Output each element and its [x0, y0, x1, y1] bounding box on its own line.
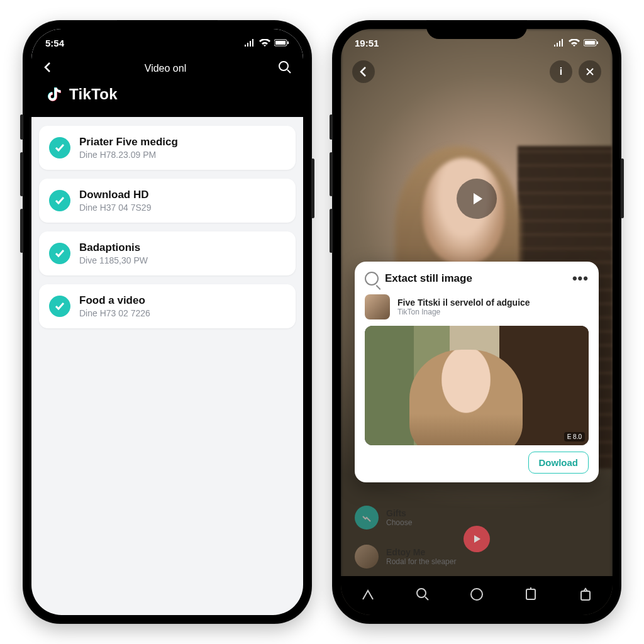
tiktok-logo-icon [45, 86, 63, 103]
back-button[interactable] [43, 61, 53, 76]
nav-home-icon[interactable] [360, 587, 375, 604]
info-button[interactable]: i [550, 60, 572, 83]
phone-left: 5:54 Video onl [23, 20, 312, 624]
svg-marker-11 [474, 535, 480, 543]
check-icon [49, 137, 70, 158]
svg-rect-6 [585, 41, 595, 45]
wifi-icon [259, 39, 270, 47]
nav-share-icon[interactable] [578, 587, 593, 604]
item-title: Edtoy Me [386, 547, 456, 557]
signal-icon [244, 39, 255, 47]
status-icons [244, 39, 289, 47]
still-preview[interactable]: E 8.0 [365, 326, 589, 445]
video-item[interactable]: Five Titski il servelol of adguice TikTo… [365, 294, 589, 319]
battery-icon [274, 39, 289, 47]
brand-row: TikTok [31, 83, 303, 107]
page-title: Video onl [53, 63, 278, 74]
item-meta: Dive 1185,30 PW [79, 255, 148, 265]
item-sub: Rodal for the sleaper [386, 557, 456, 566]
svg-point-14 [471, 589, 482, 600]
close-button[interactable] [579, 60, 601, 83]
svg-rect-17 [581, 591, 590, 600]
item-sub: TikTon Inage [397, 308, 530, 316]
status-time: 19:51 [355, 38, 379, 48]
svg-line-4 [287, 70, 291, 73]
status-bar: 5:54 [31, 29, 303, 57]
list-item[interactable]: Download HD Dine H37 04 7S29 [39, 179, 296, 223]
signal-icon [553, 39, 565, 47]
check-icon [355, 506, 379, 530]
nav-search-icon[interactable] [415, 587, 430, 604]
item-meta: Dine H73 02 7226 [79, 308, 150, 318]
svg-rect-15 [526, 589, 535, 599]
thumbnail-icon [365, 294, 390, 319]
item-title: Gifts [386, 508, 412, 518]
svg-rect-2 [287, 42, 289, 44]
battery-icon [584, 39, 599, 47]
svg-line-13 [425, 597, 428, 600]
list-item[interactable]: Priater Five medicg Dine H78.23.09 PM [39, 126, 296, 170]
list-item[interactable]: Badaptionis Dive 1185,30 PW [39, 231, 296, 275]
item-meta: Dine H37 04 7S29 [79, 203, 151, 213]
back-button[interactable] [352, 60, 375, 83]
nav-record-icon[interactable] [469, 587, 484, 604]
check-icon [49, 296, 70, 317]
status-icons [553, 39, 599, 47]
list-item[interactable]: Food a video Dine H73 02 7226 [39, 284, 296, 328]
avatar [355, 545, 379, 569]
item-title: Priater Five medicg [79, 136, 178, 148]
status-bar: 19:51 [341, 29, 613, 57]
play-button[interactable] [457, 179, 497, 219]
nav-library-icon[interactable] [523, 587, 538, 604]
wifi-icon [569, 39, 580, 47]
status-time: 5:54 [45, 38, 64, 48]
list-item[interactable]: Edtoy Me Rodal for the sleaper [355, 545, 599, 569]
check-icon [49, 243, 70, 264]
search-button[interactable] [278, 60, 292, 77]
svg-rect-7 [597, 42, 598, 44]
item-title: Food a video [79, 294, 150, 307]
check-icon [49, 190, 70, 211]
svg-marker-10 [474, 193, 482, 204]
bottom-nav [341, 576, 613, 615]
search-icon [365, 272, 379, 286]
phone-right: 19:51 i [332, 20, 621, 624]
download-button[interactable]: Dowload [528, 452, 589, 474]
extract-sheet: Extact still image ••• Five Titski il se… [355, 262, 599, 482]
svg-point-12 [417, 589, 426, 597]
download-list: Priater Five medicg Dine H78.23.09 PM Do… [31, 117, 303, 346]
svg-point-3 [279, 62, 288, 70]
item-meta: Dine H78.23.09 PM [79, 150, 178, 160]
preview-badge: E 8.0 [564, 432, 585, 441]
item-title: Badaptionis [79, 242, 148, 254]
svg-rect-1 [275, 41, 286, 45]
item-sub: Choose [386, 518, 412, 527]
brand-name: TikTok [69, 86, 118, 103]
sheet-title: Extact still image [385, 272, 472, 285]
item-title: Five Titski il servelol of adguice [397, 297, 530, 308]
item-title: Download HD [79, 189, 151, 201]
